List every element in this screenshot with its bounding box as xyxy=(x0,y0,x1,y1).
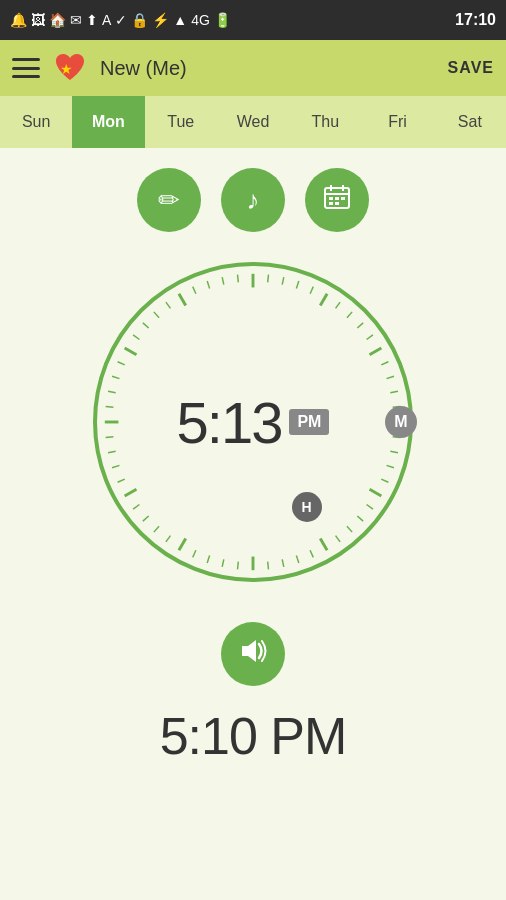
battery-icon: 🔋 xyxy=(214,12,231,28)
svg-line-62 xyxy=(143,323,149,328)
status-time: 17:10 xyxy=(455,11,496,29)
svg-line-11 xyxy=(268,275,269,283)
svg-line-60 xyxy=(125,348,137,355)
svg-line-41 xyxy=(238,562,239,570)
svg-line-65 xyxy=(179,294,186,306)
svg-line-64 xyxy=(166,302,171,308)
svg-line-51 xyxy=(118,479,125,482)
signal-icon: ▲ xyxy=(173,12,187,28)
svg-line-57 xyxy=(108,391,116,393)
day-item-sun[interactable]: Sun xyxy=(0,96,72,148)
day-item-mon[interactable]: Mon xyxy=(72,96,144,148)
day-item-sat[interactable]: Sat xyxy=(434,96,506,148)
svg-rect-7 xyxy=(341,197,345,200)
svg-line-13 xyxy=(296,281,298,288)
alarm-time-display: 5:10 PM xyxy=(160,706,347,766)
svg-line-69 xyxy=(238,275,239,283)
day-item-wed[interactable]: Wed xyxy=(217,96,289,148)
svg-line-52 xyxy=(112,465,119,467)
svg-line-27 xyxy=(390,451,398,453)
svg-line-48 xyxy=(143,516,149,521)
svg-line-31 xyxy=(367,505,373,510)
upload-icon: ⬆ xyxy=(86,12,98,28)
svg-line-50 xyxy=(125,489,137,496)
clock-time-display: 5:13 PM xyxy=(177,389,330,456)
lock-icon: 🔒 xyxy=(131,12,148,28)
save-button[interactable]: SAVE xyxy=(448,59,494,77)
svg-line-32 xyxy=(357,516,363,521)
clock-time-value: 5:13 xyxy=(177,389,282,456)
svg-line-15 xyxy=(320,294,327,306)
svg-line-30 xyxy=(370,489,382,496)
svg-line-46 xyxy=(166,536,171,542)
clock-container: 5:13 PM M H xyxy=(93,262,413,582)
svg-line-61 xyxy=(133,335,139,340)
svg-line-18 xyxy=(357,323,363,328)
svg-line-20 xyxy=(370,348,382,355)
svg-line-14 xyxy=(310,287,313,294)
marker-h[interactable]: H xyxy=(292,492,322,522)
home-icon: 🏠 xyxy=(49,12,66,28)
svg-line-42 xyxy=(222,559,224,567)
clock-face: 5:13 PM M H xyxy=(93,262,413,582)
day-item-tue[interactable]: Tue xyxy=(145,96,217,148)
marker-m[interactable]: M xyxy=(385,406,417,438)
app-logo: ★ xyxy=(52,50,88,86)
svg-line-58 xyxy=(112,376,119,378)
svg-line-63 xyxy=(154,312,159,318)
day-item-thu[interactable]: Thu xyxy=(289,96,361,148)
svg-line-43 xyxy=(207,556,209,563)
status-icons: 🔔 🖼 🏠 ✉ ⬆ A ✓ 🔒 ⚡ ▲ 4G 🔋 xyxy=(10,12,231,28)
svg-line-37 xyxy=(296,556,298,563)
pencil-icon: ✏ xyxy=(158,185,180,216)
svg-line-22 xyxy=(387,376,394,378)
svg-line-53 xyxy=(108,451,116,453)
svg-rect-6 xyxy=(335,197,339,200)
svg-text:★: ★ xyxy=(60,61,73,77)
calendar-icon xyxy=(323,183,351,218)
bluetooth-icon: ⚡ xyxy=(152,12,169,28)
mail-icon: ✉ xyxy=(70,12,82,28)
calendar-button[interactable] xyxy=(305,168,369,232)
svg-line-67 xyxy=(207,281,209,288)
day-item-fri[interactable]: Fri xyxy=(361,96,433,148)
svg-line-35 xyxy=(320,539,327,551)
music-button[interactable]: ♪ xyxy=(221,168,285,232)
main-content: ✏ ♪ xyxy=(0,148,506,766)
svg-line-66 xyxy=(193,287,196,294)
speaker-icon xyxy=(238,636,268,672)
day-selector: SunMonTueWedThuFriSat xyxy=(0,96,506,148)
svg-line-29 xyxy=(381,479,388,482)
svg-line-49 xyxy=(133,505,139,510)
photo-icon: 🖼 xyxy=(31,12,45,28)
edit-button[interactable]: ✏ xyxy=(137,168,201,232)
lte-icon: 4G xyxy=(191,12,210,28)
svg-line-34 xyxy=(336,536,341,542)
svg-line-56 xyxy=(106,407,114,408)
svg-line-28 xyxy=(387,465,394,467)
svg-line-54 xyxy=(106,437,114,438)
svg-line-68 xyxy=(222,277,224,285)
svg-line-23 xyxy=(390,391,398,393)
svg-line-38 xyxy=(282,559,284,567)
svg-line-45 xyxy=(179,539,186,551)
svg-line-12 xyxy=(282,277,284,285)
music-icon: ♪ xyxy=(247,185,260,216)
svg-marker-70 xyxy=(242,640,256,662)
sound-button[interactable] xyxy=(221,622,285,686)
svg-line-36 xyxy=(310,550,313,557)
status-bar: 🔔 🖼 🏠 ✉ ⬆ A ✓ 🔒 ⚡ ▲ 4G 🔋 17:10 xyxy=(0,0,506,40)
svg-rect-5 xyxy=(329,197,333,200)
svg-line-39 xyxy=(268,562,269,570)
hamburger-menu[interactable] xyxy=(12,58,40,78)
svg-line-16 xyxy=(336,302,341,308)
top-bar: ★ New (Me) SAVE xyxy=(0,40,506,96)
svg-line-19 xyxy=(367,335,373,340)
svg-rect-8 xyxy=(329,202,333,205)
amazon-icon: A xyxy=(102,12,111,28)
svg-line-21 xyxy=(381,362,388,365)
action-buttons: ✏ ♪ xyxy=(137,168,369,232)
svg-rect-9 xyxy=(335,202,339,205)
svg-line-59 xyxy=(118,362,125,365)
svg-line-47 xyxy=(154,526,159,532)
